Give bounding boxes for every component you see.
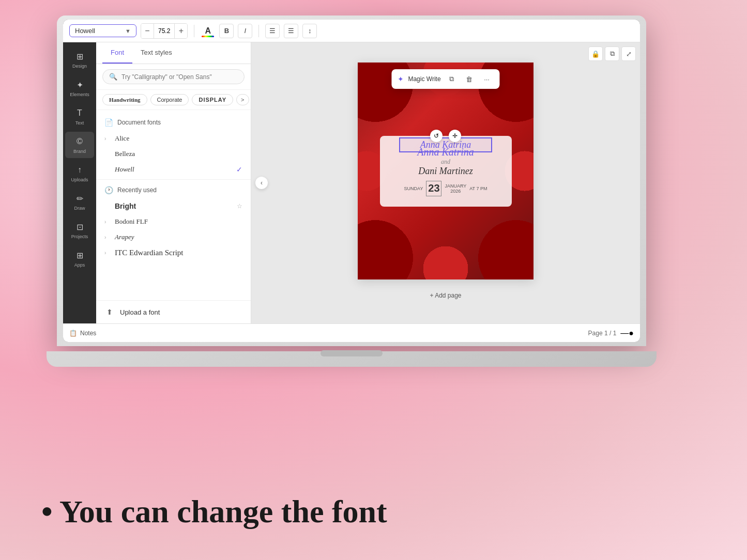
popup-more-button[interactable]: ··· [480,72,494,86]
font-size-decrease-button[interactable]: − [141,24,154,38]
zoom-slider[interactable]: —● [620,329,634,338]
notes-icon: 📋 [69,330,77,337]
popup-copy-button[interactable]: ⧉ [445,72,459,86]
design-icon: ⊞ [74,51,85,62]
font-size-control: − 75.2 + [141,23,188,39]
sidebar-item-projects[interactable]: ⊡ Projects [65,217,94,243]
font-item-bodoni[interactable]: › Bodoni FLF [96,214,251,229]
font-selector[interactable]: Howell ▼ [69,24,136,37]
itc-arrow-icon: › [104,250,111,256]
zoom-control: —● [620,329,634,338]
rotate-button[interactable]: ↺ [430,130,443,142]
wedding-time: AT 7 PM [469,186,487,191]
popup-delete-button[interactable]: 🗑 [463,72,476,86]
alice-name: Alice [115,134,242,143]
align-left-icon: ☰ [269,27,276,35]
toolbar: Howell ▼ − 75.2 + A [63,20,640,42]
howell-name: Howell [115,165,232,174]
screen-bezel: Howell ▼ − 75.2 + A [63,20,640,342]
projects-icon: ⊡ [74,221,85,232]
toolbar-divider-1 [194,25,194,37]
filter-corporate-button[interactable]: Corporate [150,94,189,105]
italic-button[interactable]: I [238,24,252,38]
sidebar-label-text: Text [75,120,84,126]
canvas-nav-left-button[interactable]: ‹ [255,177,268,189]
font-size-value[interactable]: 75.2 [154,24,175,38]
sidebar-label-uploads: Uploads [71,177,88,182]
sidebar-item-uploads[interactable]: ↑ Uploads [65,160,94,186]
sidebar-label-elements: Elements [70,92,89,97]
list-button[interactable]: ☰ [284,24,298,38]
align-left-button[interactable]: ☰ [265,24,280,38]
apps-icon: ⊞ [74,250,85,261]
expand-button[interactable]: ⤢ [621,46,636,61]
sidebar-label-draw: Draw [74,206,85,211]
bold-button[interactable]: B [219,24,234,38]
sidebar-item-brand[interactable]: © Brand [65,132,94,158]
lock-button[interactable]: 🔒 [588,46,603,61]
recently-used-label: Recently used [117,186,157,194]
copy-button[interactable]: ⧉ [605,46,619,61]
filter-display-button[interactable]: DISPLAY [192,94,233,105]
color-button[interactable]: A [201,24,215,38]
wedding-year: 2026 [450,189,461,194]
itc-name: ITC Edwardian Script [115,248,242,257]
font-selector-arrow-icon: ▼ [125,28,131,34]
wedding-month: JANUARY [445,183,466,189]
filter-more-button[interactable]: > [236,94,249,105]
tab-text-styles[interactable]: Text styles [132,42,180,64]
search-container: 🔍 [96,64,251,90]
filter-handwriting-button[interactable]: Handwriting [102,94,147,105]
laptop-body: Howell ▼ − 75.2 + A [57,15,646,346]
page-info: Page 1 / 1 [588,330,617,337]
font-item-belleza[interactable]: Belleza [96,146,251,162]
arapey-arrow-icon: › [104,235,111,240]
filter-row: Handwriting Corporate DISPLAY > [96,90,251,110]
bright-star-icon: ☆ [237,203,242,210]
color-bar [202,36,214,37]
font-item-bright[interactable]: Bright ☆ [96,198,251,214]
toolbar-divider-2 [258,25,259,37]
wedding-date-row: SUNDAY 23 JANUARY 2026 AT 7 PM [404,181,487,196]
arapey-name: Arapey [115,233,242,241]
font-item-itc[interactable]: › ITC Edwardian Script [96,245,251,261]
uploads-icon: ↑ [74,164,85,176]
wedding-day: SUNDAY [404,186,423,191]
recently-used-header: 🕐 Recently used [96,182,251,198]
document-icon: 📄 [104,118,113,127]
font-item-alice[interactable]: › Alice [96,131,251,146]
search-input[interactable] [121,73,238,81]
panel-tabs: Font Text styles [96,42,251,64]
bright-name: Bright [115,202,231,210]
move-button[interactable]: ✛ [449,130,461,142]
sidebar-item-design[interactable]: ⊞ Design [65,46,94,73]
upload-font-button[interactable]: ⬆ Upload a font [96,300,251,323]
canvas-area[interactable]: 🔒 ⧉ ⤢ ✦ Magic Write ⧉ 🗑 ··· [251,42,640,323]
sidebar-label-brand: Brand [73,149,86,154]
font-item-arapey[interactable]: › Arapey [96,229,251,245]
notes-button[interactable]: 📋 Notes [69,330,96,337]
upload-font-label: Upload a font [120,308,160,316]
sidebar-item-text[interactable]: T Text [65,103,94,130]
tab-font[interactable]: Font [102,42,132,64]
color-a-label: A [205,26,211,36]
sidebar-item-apps[interactable]: ⊞ Apps [65,245,94,272]
font-selector-value: Howell [75,27,122,35]
sidebar-item-elements[interactable]: ✦ Elements [65,75,94,101]
sidebar-label-apps: Apps [74,262,85,268]
font-item-howell[interactable]: Howell ✓ [96,162,251,177]
bottom-caption-area: • You can change the font [0,494,747,529]
brand-icon: © [74,136,85,147]
sidebar-item-draw[interactable]: ✏ Draw [65,189,94,215]
line-height-icon: ↕ [308,27,312,35]
add-page-button[interactable]: + Add page [358,288,533,303]
italic-icon: I [245,27,247,35]
wedding-name2: Dani Martinez [418,166,473,177]
canvas-page: ↺ ✛ Anna Katrina Anna Katrina [358,63,533,279]
icon-sidebar: ⊞ Design ✦ Elements T Text © [63,42,96,323]
font-size-increase-button[interactable]: + [175,24,187,38]
clock-icon: 🕐 [104,186,113,194]
alice-arrow-icon: › [104,136,111,142]
screen-content: Howell ▼ − 75.2 + A [63,20,640,342]
line-height-button[interactable]: ↕ [302,24,317,38]
